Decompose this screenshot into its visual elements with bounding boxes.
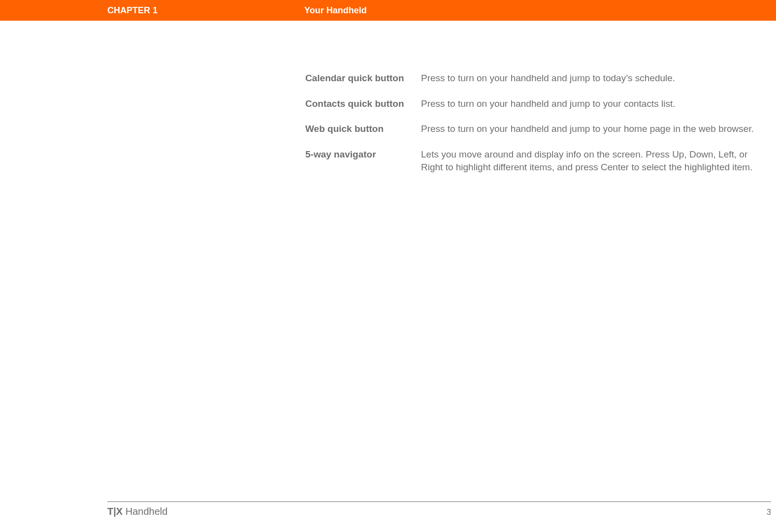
definition-row: 5-way navigator Lets you move around and…: [305, 148, 768, 173]
definition-term: 5-way navigator: [305, 148, 421, 173]
footer-title: T|X Handheld: [107, 506, 167, 517]
definition-description: Press to turn on your handheld and jump …: [421, 97, 675, 110]
definition-description: Press to turn on your handheld and jump …: [421, 72, 675, 85]
definition-term: Contacts quick button: [305, 97, 421, 110]
definition-term: Calendar quick button: [305, 72, 421, 85]
chapter-title: Your Handheld: [304, 5, 367, 16]
footer-title-bold: T|X: [107, 506, 123, 517]
definition-row: Web quick button Press to turn on your h…: [305, 123, 768, 135]
chapter-header: CHAPTER 1 Your Handheld: [0, 0, 776, 21]
definition-row: Contacts quick button Press to turn on y…: [305, 97, 768, 110]
definition-row: Calendar quick button Press to turn on y…: [305, 72, 768, 85]
chapter-label: CHAPTER 1: [107, 5, 304, 16]
definition-description: Lets you move around and display info on…: [421, 148, 766, 173]
footer-line: T|X Handheld 3: [107, 506, 771, 517]
page-footer: T|X Handheld 3: [107, 501, 771, 517]
definition-term: Web quick button: [305, 123, 421, 135]
definition-list: Calendar quick button Press to turn on y…: [305, 72, 768, 186]
footer-rule: [107, 501, 771, 502]
page-number: 3: [767, 508, 771, 517]
footer-title-rest: Handheld: [123, 506, 167, 517]
definition-description: Press to turn on your handheld and jump …: [421, 123, 754, 135]
